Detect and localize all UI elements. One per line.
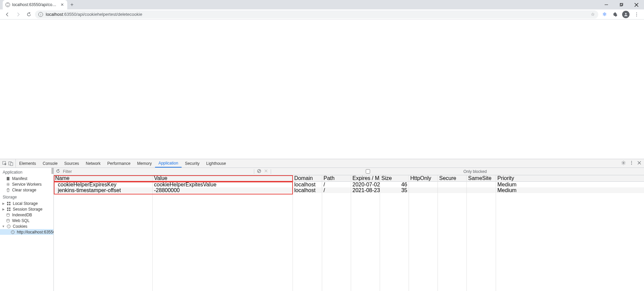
sidebar-item-cookie-origin[interactable]: http://localhost:63550	[0, 229, 53, 235]
filter-input[interactable]	[63, 169, 251, 174]
sidebar-item-service-workers[interactable]: Service Workers	[0, 181, 53, 187]
close-tab-icon[interactable]: ✕	[60, 2, 65, 7]
cell-domain[interactable]: localhost	[293, 187, 322, 193]
application-sidebar: Application Manifest Service Workers Cle…	[0, 168, 54, 291]
tab-elements[interactable]: Elements	[16, 159, 39, 168]
devtools-settings-icon[interactable]	[621, 160, 626, 166]
tab-network[interactable]: Network	[82, 159, 104, 168]
chrome-menu-icon[interactable]	[632, 10, 641, 19]
sidebar-item-manifest[interactable]: Manifest	[0, 176, 53, 181]
cell-value[interactable]: cookieHelperExpitesValue	[153, 182, 293, 187]
cell-httponly[interactable]	[409, 182, 438, 187]
browser-tab[interactable]: localhost:63550/api/cookiehel ✕	[3, 0, 67, 9]
clear-all-icon[interactable]	[257, 169, 261, 174]
svg-rect-15	[7, 202, 8, 203]
col-header-expires[interactable]: Expires / Max-A...	[351, 175, 380, 182]
cell-priority[interactable]: Medium	[496, 187, 644, 193]
minimize-button[interactable]	[599, 0, 614, 9]
svg-point-12	[631, 164, 632, 165]
svg-point-26	[8, 226, 8, 226]
svg-point-5	[636, 15, 637, 16]
bookmark-star-icon[interactable]: ☆	[591, 12, 595, 17]
col-header-value[interactable]: Value	[153, 175, 293, 182]
col-header-samesite[interactable]: SameSite	[467, 175, 496, 182]
maximize-button[interactable]	[614, 0, 629, 9]
device-toggle-icon[interactable]	[8, 161, 13, 166]
address-bar[interactable]: i localhost:63550/api/cookiehelpertest/d…	[35, 10, 598, 19]
tab-sources[interactable]: Sources	[61, 159, 82, 168]
only-blocked-checkbox[interactable]	[274, 169, 462, 174]
cell-expires[interactable]: 2020-07-02T14:...	[351, 182, 380, 187]
chevron-right-icon[interactable]: ▶	[2, 202, 5, 205]
trash-icon	[6, 188, 10, 192]
profile-avatar[interactable]	[621, 10, 631, 19]
devtools-close-icon[interactable]	[637, 161, 641, 166]
col-header-secure[interactable]: Secure	[438, 175, 466, 182]
cell-path[interactable]: /	[322, 182, 351, 187]
svg-point-31	[13, 231, 13, 232]
col-header-name[interactable]: Name	[54, 175, 152, 182]
cell-value[interactable]: -28800000	[153, 187, 293, 193]
sidebar-item-local-storage[interactable]: ▶ Local Storage	[0, 201, 53, 206]
sidebar-item-indexeddb[interactable]: IndexedDB	[0, 212, 53, 218]
refresh-icon[interactable]	[56, 169, 60, 174]
cell-path[interactable]: /	[322, 187, 351, 193]
tab-memory[interactable]: Memory	[134, 159, 155, 168]
browser-tabstrip: localhost:63550/api/cookiehel ✕ +	[0, 0, 644, 9]
sidebar-item-session-storage[interactable]: ▶ Session Storage	[0, 206, 53, 212]
cell-name[interactable]: jenkins-timestamper-offset	[54, 187, 152, 193]
cell-domain[interactable]: localhost	[293, 182, 322, 187]
database-icon	[6, 213, 10, 217]
scrollbar-thumb[interactable]	[51, 168, 53, 174]
tab-console[interactable]: Console	[39, 159, 61, 168]
reload-button[interactable]	[24, 10, 34, 19]
col-header-domain[interactable]: Domain	[293, 175, 322, 182]
col-header-size[interactable]: Size	[380, 175, 409, 182]
cell-secure[interactable]	[438, 187, 466, 193]
cookies-toolbar: Only blocked	[54, 168, 644, 175]
back-button[interactable]	[3, 10, 12, 19]
sidebar-item-websql[interactable]: Web SQL	[0, 218, 53, 223]
svg-point-30	[12, 231, 12, 232]
sidebar-item-cookies[interactable]: ▼ Cookies	[0, 223, 53, 229]
new-tab-button[interactable]: +	[67, 0, 77, 9]
col-header-priority[interactable]: Priority	[496, 175, 644, 182]
svg-point-14	[7, 184, 9, 185]
extension-icon[interactable]: ❄	[600, 10, 609, 19]
chevron-down-icon[interactable]: ▼	[2, 225, 5, 228]
extensions-menu-icon[interactable]	[610, 10, 620, 19]
only-blocked-toggle[interactable]: Only blocked	[274, 169, 487, 174]
cell-samesite[interactable]	[467, 182, 496, 187]
svg-point-29	[11, 230, 14, 234]
svg-point-28	[9, 227, 9, 227]
cell-samesite[interactable]	[467, 187, 496, 193]
tab-security[interactable]: Security	[182, 159, 203, 168]
chevron-right-icon[interactable]: ▶	[2, 208, 5, 211]
sidebar-section-application: Application	[0, 168, 53, 176]
cell-size[interactable]: 46	[380, 182, 409, 187]
col-header-path[interactable]: Path	[322, 175, 351, 182]
sidebar-item-clear-storage[interactable]: Clear storage	[0, 187, 53, 193]
tab-performance[interactable]: Performance	[104, 159, 134, 168]
inspect-element-icon[interactable]	[2, 161, 7, 166]
svg-point-10	[631, 161, 632, 161]
tab-lighthouse[interactable]: Lighthouse	[203, 159, 229, 168]
site-info-icon[interactable]: i	[38, 12, 43, 17]
cell-expires[interactable]: 2021-08-23T05:...	[351, 187, 380, 193]
svg-rect-8	[10, 162, 13, 166]
cell-httponly[interactable]	[409, 187, 438, 193]
cookie-icon	[11, 230, 15, 234]
cell-priority[interactable]: Medium	[496, 182, 644, 187]
svg-rect-16	[9, 202, 10, 203]
svg-point-27	[9, 225, 9, 226]
tab-application[interactable]: Application	[155, 159, 182, 168]
cell-secure[interactable]	[438, 182, 466, 187]
devtools-menu-icon[interactable]	[629, 160, 634, 166]
cell-name[interactable]: cookieHelperExpiresKey	[54, 182, 152, 187]
cell-size[interactable]: 35	[380, 187, 409, 193]
svg-point-9	[623, 162, 624, 163]
delete-selected-icon[interactable]	[264, 169, 268, 174]
forward-button[interactable]	[13, 10, 23, 19]
close-window-button[interactable]	[629, 0, 644, 9]
col-header-httponly[interactable]: HttpOnly	[409, 175, 438, 182]
